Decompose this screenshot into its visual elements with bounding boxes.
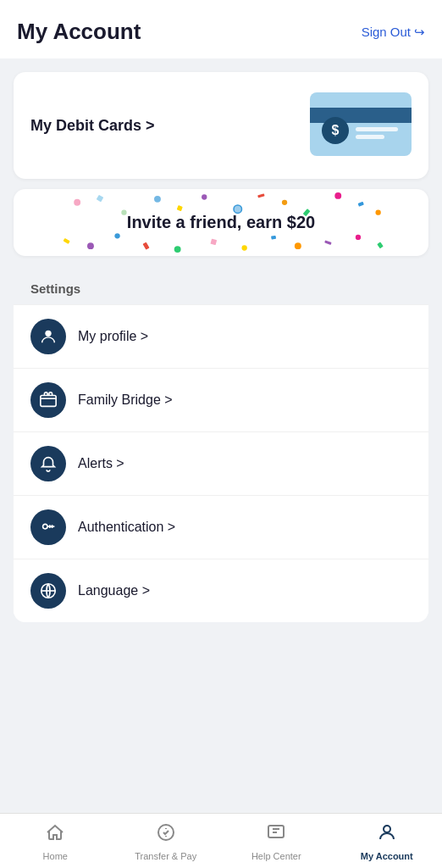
sign-out-icon: ↪ <box>414 25 425 40</box>
header: My Account Sign Out ↪ <box>0 0 442 58</box>
card-lines <box>356 127 398 139</box>
account-icon <box>377 822 397 848</box>
card-line-2 <box>356 135 384 139</box>
svg-rect-7 <box>257 193 264 198</box>
card-chip-icon: $ <box>322 117 349 144</box>
svg-point-0 <box>74 199 80 206</box>
settings-item-auth[interactable]: Authentication > <box>14 495 428 559</box>
svg-point-17 <box>174 246 181 253</box>
svg-rect-20 <box>271 236 276 240</box>
nav-home-label: Home <box>43 851 68 861</box>
nav-transfer-label: Transfer & Pay <box>135 851 196 861</box>
help-icon <box>266 822 286 848</box>
svg-rect-16 <box>142 242 149 250</box>
debit-card-banner[interactable]: My Debit Cards > $ <box>14 72 428 179</box>
family-label: Family Bridge > <box>78 392 412 408</box>
language-label: Language > <box>78 583 412 598</box>
svg-rect-24 <box>377 242 384 248</box>
nav-account-label: My Account <box>361 851 413 861</box>
sign-out-button[interactable]: Sign Out ↪ <box>362 25 425 40</box>
svg-point-21 <box>295 242 301 249</box>
nav-item-home[interactable]: Home <box>0 814 111 868</box>
svg-point-15 <box>114 233 119 238</box>
settings-item-language[interactable]: Language > <box>14 559 428 622</box>
settings-item-alerts[interactable]: Alerts > <box>14 431 428 495</box>
svg-rect-11 <box>358 202 364 207</box>
alerts-label: Alerts > <box>78 456 412 471</box>
nav-item-help[interactable]: Help Center <box>221 814 332 868</box>
svg-rect-4 <box>177 205 183 211</box>
svg-point-10 <box>334 192 341 199</box>
settings-section: My profile > Family Bridge > <box>14 304 428 622</box>
bottom-nav: Home Transfer & Pay Help Center <box>0 813 442 868</box>
svg-rect-1 <box>97 195 104 203</box>
svg-point-23 <box>356 235 361 240</box>
transfer-icon <box>156 822 176 848</box>
sign-out-label: Sign Out <box>362 25 411 39</box>
alerts-icon <box>30 446 66 481</box>
invite-banner[interactable]: Invite a friend, earn $20 <box>14 189 428 256</box>
svg-rect-13 <box>64 238 70 244</box>
svg-point-28 <box>43 524 48 529</box>
nav-help-label: Help Center <box>251 851 301 861</box>
svg-point-5 <box>202 194 207 199</box>
svg-rect-22 <box>324 240 332 245</box>
svg-point-32 <box>384 826 390 832</box>
profile-label: My profile > <box>78 329 412 344</box>
main-content: My Debit Cards > $ <box>0 58 442 622</box>
auth-label: Authentication > <box>78 520 412 535</box>
svg-rect-18 <box>210 239 217 246</box>
settings-item-profile[interactable]: My profile > <box>14 304 428 368</box>
settings-item-family[interactable]: Family Bridge > <box>14 368 428 431</box>
svg-rect-26 <box>41 396 56 407</box>
svg-point-3 <box>154 196 161 203</box>
nav-item-account[interactable]: My Account <box>332 814 443 868</box>
family-icon <box>30 382 66 418</box>
card-body: $ <box>310 92 412 156</box>
svg-point-8 <box>282 200 287 205</box>
nav-item-transfer[interactable]: Transfer & Pay <box>111 814 222 868</box>
page-title: My Account <box>17 19 141 45</box>
card-line-1 <box>356 127 398 131</box>
home-icon <box>45 822 65 848</box>
settings-label: Settings <box>14 273 428 304</box>
svg-point-2 <box>121 209 126 214</box>
profile-icon <box>30 319 66 354</box>
svg-point-19 <box>241 245 246 250</box>
svg-point-25 <box>45 331 51 337</box>
invite-text: Invite a friend, earn $20 <box>127 213 315 231</box>
auth-icon <box>30 509 66 545</box>
settings-list: My profile > Family Bridge > <box>14 304 428 622</box>
card-illustration: $ <box>310 92 412 159</box>
svg-point-12 <box>375 209 380 214</box>
language-icon <box>30 573 66 609</box>
svg-point-14 <box>87 242 94 249</box>
debit-card-label: My Debit Cards > <box>30 117 155 135</box>
